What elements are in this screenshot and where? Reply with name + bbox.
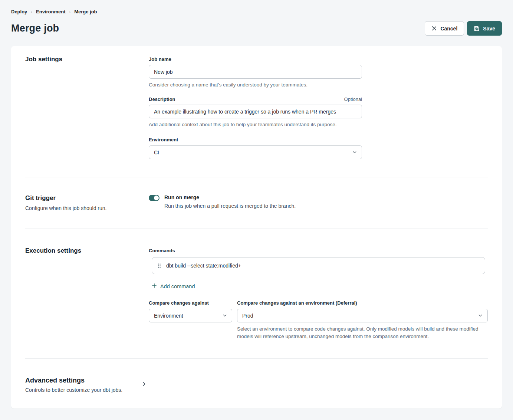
advanced-settings-text: Advanced settings Controls to better cus… [25,377,141,393]
run-on-merge-text: Run on merge Run this job when a pull re… [164,194,296,209]
description-field-group: Description Optional Add additional cont… [149,96,488,127]
run-on-merge-description: Run this job when a pull request is merg… [164,203,296,209]
job-settings-heading-col: Job settings [25,56,149,159]
compare-against-select[interactable]: Environment [149,309,232,322]
compare-row: Compare changes against Environment Comp… [149,299,488,341]
section-git-trigger: Git trigger Configure when this job shou… [25,177,488,229]
section-job-settings: Job settings Job name Consider choosing … [25,46,488,177]
execution-settings-form: Commands dbt build --select state:modifi… [149,247,488,341]
header-actions: Cancel Save [425,21,502,36]
breadcrumb-merge-job: Merge job [74,9,97,14]
section-advanced-settings[interactable]: Advanced settings Controls to better cus… [25,359,488,393]
environment-label: Environment [149,137,178,142]
command-text[interactable]: dbt build --select state:modified+ [166,263,241,269]
plus-icon [152,283,157,289]
chevron-down-icon [352,150,357,155]
deferral-helper: Select an environment to compare code ch… [237,325,480,341]
git-trigger-heading-col: Git trigger Configure when this job shou… [25,194,149,211]
add-command-button[interactable]: Add command [152,283,195,289]
job-settings-form: Job name Consider choosing a name that's… [149,56,488,159]
save-button[interactable]: Save [467,21,502,36]
deferral-group: Compare changes against an environment (… [237,299,488,341]
save-icon [474,26,480,32]
breadcrumb-separator-icon: › [69,10,70,14]
job-name-field-group: Job name Consider choosing a name that's… [149,56,488,88]
page-header: Merge job Cancel Save [11,21,502,36]
environment-select-value: CI [154,150,159,155]
environment-field-group: Environment CI [149,136,488,159]
breadcrumb: Deploy › Environment › Merge job [11,0,502,14]
execution-settings-heading: Execution settings [25,247,149,255]
job-name-input[interactable] [149,65,362,79]
compare-against-value: Environment [154,313,183,319]
commands-label: Commands [149,248,175,253]
advanced-settings-heading: Advanced settings [25,377,141,384]
drag-handle-icon[interactable] [157,263,161,269]
breadcrumb-environment[interactable]: Environment [36,9,65,14]
deferral-select[interactable]: Prod [237,309,488,322]
add-command-label: Add command [160,283,195,289]
git-trigger-subheading: Configure when this job should run. [25,205,149,211]
job-settings-heading: Job settings [25,56,149,63]
chevron-right-icon[interactable] [141,381,147,388]
job-name-helper: Consider choosing a name that's easily u… [149,82,488,88]
advanced-settings-subheading: Controls to better customize your dbt jo… [25,387,141,393]
description-input[interactable] [149,105,362,118]
compare-against-label: Compare changes against [149,300,209,306]
cancel-button[interactable]: Cancel [425,21,464,36]
run-on-merge-label: Run on merge [164,194,296,200]
execution-settings-heading-col: Execution settings [25,247,149,341]
run-on-merge-toggle[interactable] [149,195,160,201]
cancel-button-label: Cancel [440,26,457,32]
toggle-knob [154,196,159,200]
close-icon [431,26,437,31]
save-button-label: Save [483,26,495,32]
description-label: Description [149,96,175,102]
description-helper: Add additional context about this job to… [149,122,488,127]
breadcrumb-separator-icon: › [31,10,32,14]
git-trigger-heading: Git trigger [25,194,149,202]
page: Deploy › Environment › Merge job Merge j… [0,0,513,408]
environment-select[interactable]: CI [149,145,362,159]
compare-against-group: Compare changes against Environment [149,299,232,341]
job-settings-card: Job settings Job name Consider choosing … [11,46,502,408]
chevron-down-icon [478,313,483,319]
git-trigger-form: Run on merge Run this job when a pull re… [149,194,488,211]
chevron-down-icon [223,313,227,319]
section-execution-settings: Execution settings Commands dbt build --… [25,229,488,358]
page-title: Merge job [11,23,59,34]
description-optional-badge: Optional [344,96,362,102]
command-row[interactable]: dbt build --select state:modified+ [152,257,485,274]
job-name-label: Job name [149,56,171,62]
breadcrumb-deploy[interactable]: Deploy [11,9,27,14]
run-on-merge-row: Run on merge Run this job when a pull re… [149,194,488,209]
deferral-value: Prod [242,313,253,319]
deferral-label: Compare changes against an environment (… [237,300,357,306]
